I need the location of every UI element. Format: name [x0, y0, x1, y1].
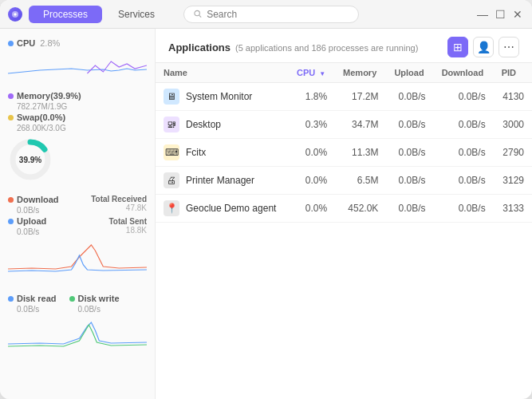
restore-button[interactable]: ☐ [494, 8, 506, 21]
cpu-dot [8, 41, 14, 46]
total-received-label: Total Received [91, 195, 147, 203]
svg-point-1 [195, 10, 199, 15]
memory-row: 39.9% [8, 137, 147, 182]
cell-memory: 6.5M [335, 167, 386, 195]
swap-label: Swap(0.0%) [8, 113, 147, 122]
window-controls: — ☐ ✕ [476, 8, 524, 21]
close-button[interactable]: ✕ [511, 8, 524, 21]
cell-cpu: 0.0% [289, 195, 335, 223]
disk-read-dot [8, 296, 14, 302]
content-area: CPU 2.8% Memory(39.9%) 782.27M/1.9G Swap… [0, 29, 532, 399]
upload-label: Upload [8, 216, 59, 226]
cell-cpu: 0.0% [289, 167, 335, 195]
memory-section: Memory(39.9%) 782.27M/1.9G Swap(0.0%) 26… [8, 91, 147, 185]
cell-pid: 4130 [494, 83, 532, 111]
cell-download: 0.0B/s [434, 195, 494, 223]
disk-read-value: 0.0B/s [17, 305, 57, 314]
col-memory[interactable]: Memory [335, 63, 386, 83]
cell-cpu: 0.3% [289, 111, 335, 139]
minimize-button[interactable]: — [476, 8, 489, 21]
cell-upload: 0.0B/s [386, 139, 433, 167]
table-row[interactable]: 🖳 Desktop 0.3% 34.7M 0.0B/s 0.0B/s 3000 [156, 111, 532, 139]
app-name: Geoclue Demo agent [186, 203, 276, 214]
download-label: Download [8, 195, 59, 204]
app-icon: ⌨ [164, 144, 179, 160]
swap-value: 268.00K/3.0G [17, 124, 147, 132]
network-section: Download 0.0B/s Upload 0.0B/s Total Rece… [8, 195, 147, 282]
app-icon [8, 7, 22, 22]
download-value: 0.0B/s [17, 206, 59, 215]
download-dot [8, 197, 14, 203]
filter-button[interactable]: ⋯ [499, 37, 519, 57]
cpu-value: 2.8% [40, 38, 60, 48]
grid-view-button[interactable]: ⊞ [447, 37, 468, 57]
cpu-label: CPU 2.8% [8, 38, 147, 48]
cell-upload: 0.0B/s [386, 111, 433, 139]
sort-arrow: ▼ [319, 70, 325, 77]
swap-dot [8, 115, 14, 120]
col-download[interactable]: Download [434, 63, 494, 83]
cell-upload: 0.0B/s [386, 195, 433, 223]
col-name[interactable]: Name [156, 63, 289, 83]
cell-pid: 2790 [494, 139, 532, 167]
disk-read-label: Disk read [8, 294, 57, 303]
table-header-row: Name CPU ▼ Memory Upload Download PID [156, 63, 532, 83]
disk-write-dot [69, 296, 75, 302]
app-icon: 📍 [164, 200, 179, 216]
cpu-section: CPU 2.8% [8, 38, 147, 85]
panel-header: Applications (5 applications and 186 pro… [156, 29, 532, 63]
sidebar: CPU 2.8% Memory(39.9%) 782.27M/1.9G Swap… [0, 29, 156, 399]
cell-download: 0.0B/s [434, 111, 494, 139]
cell-pid: 3133 [494, 195, 532, 223]
cpu-graph [8, 49, 147, 78]
cell-name: 📍 Geoclue Demo agent [156, 195, 289, 223]
process-table-wrap: Name CPU ▼ Memory Upload Download PID [156, 63, 532, 399]
network-graph [8, 241, 147, 276]
app-icon: 🖨 [164, 172, 179, 188]
cell-cpu: 1.8% [289, 83, 335, 111]
app-icon: 🖥 [164, 89, 179, 105]
total-sent-label: Total Sent [91, 217, 147, 226]
cell-name: 🖨 Printer Manager [156, 167, 289, 195]
app-name: Printer Manager [186, 175, 254, 186]
upload-value: 0.0B/s [17, 227, 59, 236]
cell-memory: 452.0K [335, 195, 386, 223]
search-input[interactable] [207, 9, 349, 20]
cell-upload: 0.0B/s [386, 167, 433, 195]
main-panel: Applications (5 applications and 186 pro… [156, 29, 532, 399]
table-row[interactable]: 🖨 Printer Manager 0.0% 6.5M 0.0B/s 0.0B/… [156, 167, 532, 195]
tab-processes[interactable]: Processes [29, 6, 102, 23]
cell-name: ⌨ Fcitx [156, 139, 289, 167]
cell-name: 🖥 System Monitor [156, 83, 289, 111]
total-sent-value: 18.8K [91, 226, 147, 235]
table-row[interactable]: 📍 Geoclue Demo agent 0.0% 452.0K 0.0B/s … [156, 195, 532, 223]
cell-pid: 3129 [494, 167, 532, 195]
cell-download: 0.0B/s [434, 139, 494, 167]
tab-group: Processes Services [29, 6, 169, 23]
table-row[interactable]: 🖥 System Monitor 1.8% 17.2M 0.0B/s 0.0B/… [156, 83, 532, 111]
table-row[interactable]: ⌨ Fcitx 0.0% 11.3M 0.0B/s 0.0B/s 2790 [156, 139, 532, 167]
col-upload[interactable]: Upload [386, 63, 433, 83]
svg-line-2 [199, 15, 201, 17]
disk-write-value: 0.0B/s [78, 305, 120, 314]
cell-pid: 3000 [494, 111, 532, 139]
cell-cpu: 0.0% [289, 139, 335, 167]
panel-actions: ⊞ 👤 ⋯ [447, 37, 519, 57]
search-icon [194, 10, 202, 18]
cell-memory: 17.2M [335, 83, 386, 111]
col-pid[interactable]: PID [494, 63, 532, 83]
search-bar[interactable] [183, 6, 359, 23]
upload-dot [8, 219, 14, 224]
disk-write-label: Disk write [69, 294, 120, 303]
list-view-button[interactable]: 👤 [473, 37, 494, 57]
tab-services[interactable]: Services [104, 6, 169, 23]
disk-section: Disk read 0.0B/s Disk write 0.0B/s [8, 294, 147, 354]
cell-download: 0.0B/s [434, 83, 494, 111]
cell-name: 🖳 Desktop [156, 111, 289, 139]
panel-subtitle: (5 applications and 186 processes are ru… [235, 43, 418, 53]
col-cpu[interactable]: CPU ▼ [289, 63, 335, 83]
panel-title: Applications [168, 41, 231, 53]
total-received-value: 47.8K [91, 203, 147, 212]
memory-dot [8, 93, 14, 99]
memory-label: Memory(39.9%) [8, 91, 147, 101]
